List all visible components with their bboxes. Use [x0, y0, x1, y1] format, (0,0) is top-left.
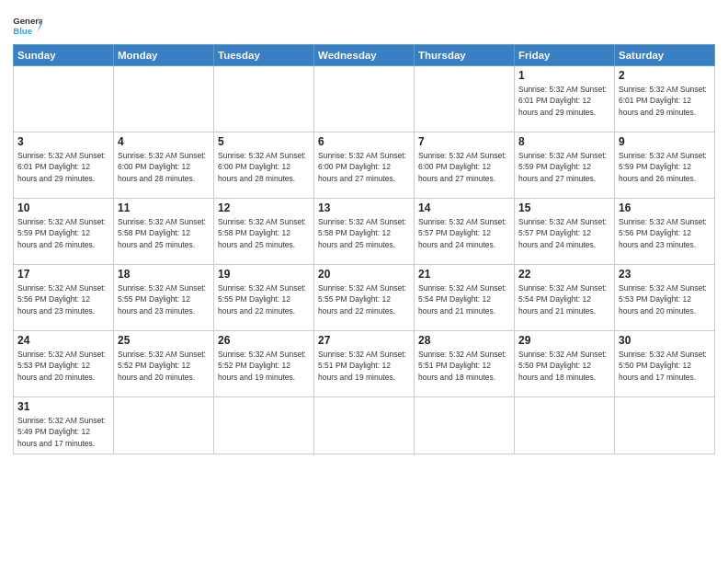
day-number: 30	[619, 334, 711, 347]
calendar-cell: 15Sunrise: 5:32 AM Sunset: 5:57 PM Dayli…	[515, 199, 615, 265]
day-number: 10	[17, 201, 109, 214]
day-number: 18	[118, 268, 210, 281]
calendar-cell	[114, 66, 214, 132]
calendar-cell: 28Sunrise: 5:32 AM Sunset: 5:51 PM Dayli…	[415, 331, 515, 397]
calendar-cell: 19Sunrise: 5:32 AM Sunset: 5:55 PM Dayli…	[214, 265, 314, 331]
calendar-cell: 21Sunrise: 5:32 AM Sunset: 5:54 PM Dayli…	[415, 265, 515, 331]
day-number: 16	[619, 201, 711, 214]
day-info: Sunrise: 5:32 AM Sunset: 5:52 PM Dayligh…	[118, 349, 210, 383]
day-info: Sunrise: 5:32 AM Sunset: 5:55 PM Dayligh…	[318, 282, 410, 316]
day-number: 7	[418, 135, 510, 148]
calendar-cell: 16Sunrise: 5:32 AM Sunset: 5:56 PM Dayli…	[615, 199, 715, 265]
calendar-cell	[615, 397, 715, 454]
header-section: General Blue	[13, 9, 715, 39]
day-number: 8	[518, 135, 610, 148]
day-number: 13	[318, 201, 410, 214]
day-number: 26	[218, 334, 310, 347]
calendar-cell: 11Sunrise: 5:32 AM Sunset: 5:58 PM Dayli…	[114, 199, 214, 265]
week-row: 1Sunrise: 5:32 AM Sunset: 6:01 PM Daylig…	[14, 66, 715, 132]
day-info: Sunrise: 5:32 AM Sunset: 5:55 PM Dayligh…	[118, 282, 210, 316]
day-info: Sunrise: 5:32 AM Sunset: 5:59 PM Dayligh…	[518, 150, 610, 184]
day-info: Sunrise: 5:32 AM Sunset: 5:58 PM Dayligh…	[118, 216, 210, 250]
calendar-cell: 22Sunrise: 5:32 AM Sunset: 5:54 PM Dayli…	[515, 265, 615, 331]
calendar-cell	[214, 66, 314, 132]
day-info: Sunrise: 5:32 AM Sunset: 6:01 PM Dayligh…	[619, 84, 711, 118]
day-info: Sunrise: 5:32 AM Sunset: 5:56 PM Dayligh…	[17, 282, 109, 316]
day-info: Sunrise: 5:32 AM Sunset: 5:49 PM Dayligh…	[17, 415, 109, 449]
calendar-cell: 2Sunrise: 5:32 AM Sunset: 6:01 PM Daylig…	[615, 66, 715, 132]
day-number: 11	[118, 201, 210, 214]
week-row: 3Sunrise: 5:32 AM Sunset: 6:01 PM Daylig…	[14, 132, 715, 199]
weekday-header-monday: Monday	[114, 45, 214, 66]
day-info: Sunrise: 5:32 AM Sunset: 5:58 PM Dayligh…	[318, 216, 410, 250]
calendar-cell: 20Sunrise: 5:32 AM Sunset: 5:55 PM Dayli…	[314, 265, 415, 331]
week-row: 17Sunrise: 5:32 AM Sunset: 5:56 PM Dayli…	[14, 265, 715, 331]
day-number: 21	[418, 268, 510, 281]
calendar-cell: 7Sunrise: 5:32 AM Sunset: 6:00 PM Daylig…	[415, 132, 515, 199]
day-info: Sunrise: 5:32 AM Sunset: 6:00 PM Dayligh…	[418, 150, 510, 184]
day-number: 2	[619, 69, 711, 82]
calendar-cell	[214, 397, 314, 454]
day-info: Sunrise: 5:32 AM Sunset: 5:54 PM Dayligh…	[418, 282, 510, 316]
day-number: 24	[17, 334, 109, 347]
calendar-cell: 24Sunrise: 5:32 AM Sunset: 5:53 PM Dayli…	[14, 331, 114, 397]
day-number: 31	[17, 400, 109, 413]
day-number: 29	[518, 334, 610, 347]
calendar-cell: 1Sunrise: 5:32 AM Sunset: 6:01 PM Daylig…	[515, 66, 615, 132]
day-info: Sunrise: 5:32 AM Sunset: 6:00 PM Dayligh…	[118, 150, 210, 184]
day-number: 25	[118, 334, 210, 347]
day-number: 14	[418, 201, 510, 214]
calendar-header: SundayMondayTuesdayWednesdayThursdayFrid…	[14, 45, 715, 66]
day-number: 1	[518, 69, 610, 82]
day-number: 3	[17, 135, 109, 148]
day-info: Sunrise: 5:32 AM Sunset: 6:00 PM Dayligh…	[218, 150, 310, 184]
day-info: Sunrise: 5:32 AM Sunset: 5:53 PM Dayligh…	[17, 349, 109, 383]
weekday-header-tuesday: Tuesday	[214, 45, 314, 66]
calendar-cell: 29Sunrise: 5:32 AM Sunset: 5:50 PM Dayli…	[515, 331, 615, 397]
weekday-header-thursday: Thursday	[415, 45, 515, 66]
calendar-cell: 8Sunrise: 5:32 AM Sunset: 5:59 PM Daylig…	[515, 132, 615, 199]
page: General Blue SundayMondayTuesdayWednesda…	[0, 0, 728, 563]
day-info: Sunrise: 5:32 AM Sunset: 6:01 PM Dayligh…	[518, 84, 610, 118]
day-info: Sunrise: 5:32 AM Sunset: 5:57 PM Dayligh…	[418, 216, 510, 250]
day-info: Sunrise: 5:32 AM Sunset: 5:55 PM Dayligh…	[218, 282, 310, 316]
day-info: Sunrise: 5:32 AM Sunset: 5:59 PM Dayligh…	[619, 150, 711, 184]
calendar-cell	[515, 397, 615, 454]
calendar-cell: 9Sunrise: 5:32 AM Sunset: 5:59 PM Daylig…	[615, 132, 715, 199]
weekday-header-sunday: Sunday	[14, 45, 114, 66]
logo-area: General Blue	[13, 13, 42, 39]
calendar-table: SundayMondayTuesdayWednesdayThursdayFrid…	[13, 44, 715, 454]
day-number: 6	[318, 135, 410, 148]
calendar-cell: 14Sunrise: 5:32 AM Sunset: 5:57 PM Dayli…	[415, 199, 515, 265]
calendar-cell: 18Sunrise: 5:32 AM Sunset: 5:55 PM Dayli…	[114, 265, 214, 331]
calendar-cell: 17Sunrise: 5:32 AM Sunset: 5:56 PM Dayli…	[14, 265, 114, 331]
calendar-body: 1Sunrise: 5:32 AM Sunset: 6:01 PM Daylig…	[14, 66, 715, 454]
day-info: Sunrise: 5:32 AM Sunset: 5:52 PM Dayligh…	[218, 349, 310, 383]
day-info: Sunrise: 5:32 AM Sunset: 5:56 PM Dayligh…	[619, 216, 711, 250]
day-info: Sunrise: 5:32 AM Sunset: 5:57 PM Dayligh…	[518, 216, 610, 250]
day-number: 19	[218, 268, 310, 281]
calendar-cell	[314, 66, 415, 132]
calendar-cell	[415, 397, 515, 454]
calendar-cell: 12Sunrise: 5:32 AM Sunset: 5:58 PM Dayli…	[214, 199, 314, 265]
weekday-header-friday: Friday	[515, 45, 615, 66]
day-info: Sunrise: 5:32 AM Sunset: 5:51 PM Dayligh…	[318, 349, 410, 383]
day-number: 15	[518, 201, 610, 214]
weekday-header-saturday: Saturday	[615, 45, 715, 66]
day-number: 20	[318, 268, 410, 281]
weekday-header-row: SundayMondayTuesdayWednesdayThursdayFrid…	[14, 45, 715, 66]
calendar-cell: 10Sunrise: 5:32 AM Sunset: 5:59 PM Dayli…	[14, 199, 114, 265]
calendar-cell: 26Sunrise: 5:32 AM Sunset: 5:52 PM Dayli…	[214, 331, 314, 397]
day-info: Sunrise: 5:32 AM Sunset: 5:53 PM Dayligh…	[619, 282, 711, 316]
day-info: Sunrise: 5:32 AM Sunset: 5:50 PM Dayligh…	[619, 349, 711, 383]
day-number: 17	[17, 268, 109, 281]
day-info: Sunrise: 5:32 AM Sunset: 5:58 PM Dayligh…	[218, 216, 310, 250]
week-row: 10Sunrise: 5:32 AM Sunset: 5:59 PM Dayli…	[14, 199, 715, 265]
day-number: 5	[218, 135, 310, 148]
calendar-cell: 27Sunrise: 5:32 AM Sunset: 5:51 PM Dayli…	[314, 331, 415, 397]
day-info: Sunrise: 5:32 AM Sunset: 6:00 PM Dayligh…	[318, 150, 410, 184]
day-info: Sunrise: 5:32 AM Sunset: 6:01 PM Dayligh…	[17, 150, 109, 184]
calendar-cell: 4Sunrise: 5:32 AM Sunset: 6:00 PM Daylig…	[114, 132, 214, 199]
day-number: 23	[619, 268, 711, 281]
day-info: Sunrise: 5:32 AM Sunset: 5:50 PM Dayligh…	[518, 349, 610, 383]
